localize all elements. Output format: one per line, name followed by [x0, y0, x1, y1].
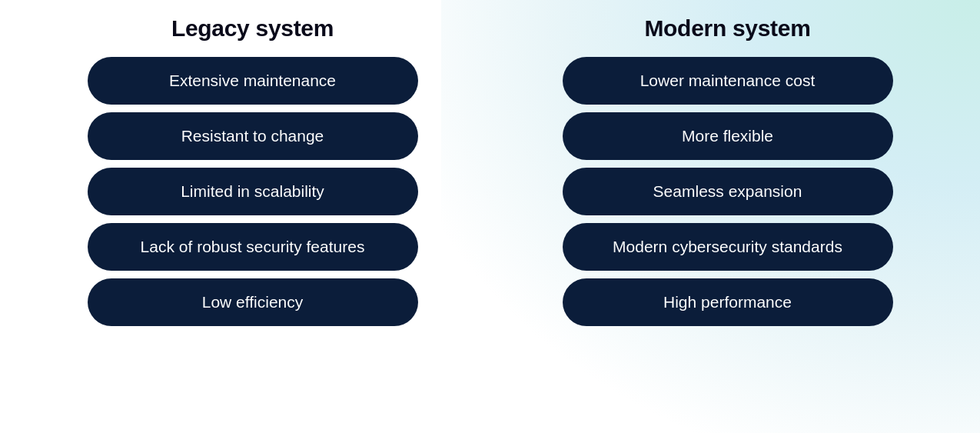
column-divider	[490, 15, 490, 418]
modern-item-3: Seamless expansion	[563, 168, 893, 215]
legacy-title: Legacy system	[171, 15, 334, 42]
modern-item-4: Modern cybersecurity standards	[563, 223, 893, 271]
legacy-item-3: Limited in scalability	[88, 168, 418, 215]
modern-column: Modern system Lower maintenance cost Mor…	[498, 15, 957, 418]
main-container: Legacy system Extensive maintenance Resi…	[0, 0, 980, 433]
modern-item-1: Lower maintenance cost	[563, 57, 893, 105]
modern-item-5: High performance	[563, 278, 893, 326]
modern-title: Modern system	[644, 15, 810, 42]
legacy-item-2: Resistant to change	[88, 112, 418, 160]
modern-item-2: More flexible	[563, 112, 893, 160]
legacy-item-5: Low efficiency	[88, 278, 418, 326]
legacy-item-1: Extensive maintenance	[88, 57, 418, 105]
legacy-item-4: Lack of robust security features	[88, 223, 418, 271]
legacy-column: Legacy system Extensive maintenance Resi…	[23, 15, 482, 418]
